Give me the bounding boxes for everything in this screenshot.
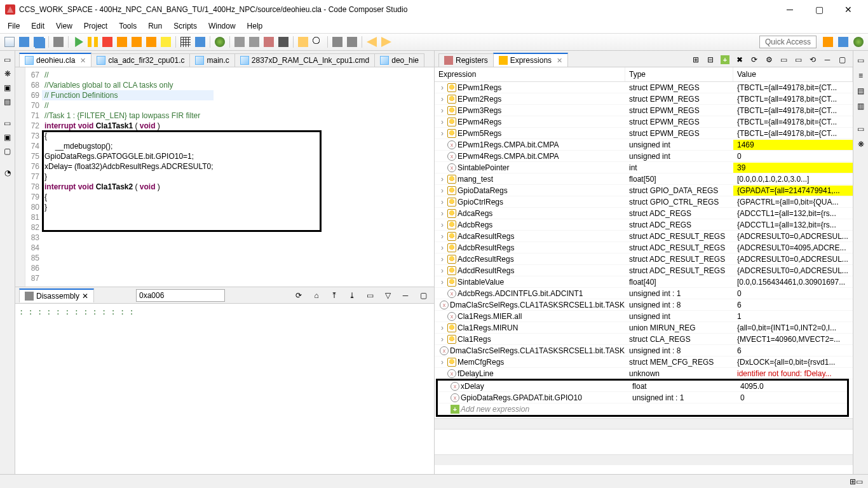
expression-row[interactable]: ›AdcdResultRegsstruct ADC_RESULT_REGS{AD… bbox=[435, 265, 853, 276]
expr-tb-6[interactable]: ▭ bbox=[776, 53, 790, 67]
expression-row[interactable]: ›EPwm1Regsstruct EPWM_REGS{TBCTL={all=49… bbox=[435, 82, 853, 93]
dasm-tb-5[interactable]: ▭ bbox=[363, 288, 377, 302]
vtb-btn-8[interactable]: ◔ bbox=[1, 166, 14, 179]
expression-row[interactable]: ›MemCfgRegsstruct MEM_CFG_REGS{DxLOCK={a… bbox=[435, 356, 853, 368]
expression-row[interactable]: GpioDataRegs.GPADAT.bit.GPIO10unsigned i… bbox=[438, 392, 847, 403]
horizontal-scrollbar-2[interactable] bbox=[435, 454, 853, 465]
resume-button[interactable] bbox=[71, 35, 85, 49]
tool-button-1[interactable] bbox=[233, 35, 247, 49]
expression-row[interactable]: AdcbRegs.ADCINTFLG.bit.ADCINT1unsigned i… bbox=[435, 288, 853, 299]
expression-row[interactable]: xDelayfloat4095.0 bbox=[438, 381, 847, 392]
menu-file[interactable]: File bbox=[3, 20, 25, 32]
vtb-btn-2[interactable]: ❋ bbox=[1, 67, 14, 80]
perspective-other-button[interactable] bbox=[851, 35, 865, 49]
expr-tb-max[interactable]: ▢ bbox=[835, 53, 849, 67]
dasm-tb-4[interactable]: ⤓ bbox=[345, 288, 359, 302]
flash-button[interactable] bbox=[193, 35, 207, 49]
close-icon[interactable]: ✕ bbox=[557, 57, 562, 65]
expression-row[interactable]: ›EPwm5Regsstruct EPWM_REGS{TBCTL={all=49… bbox=[435, 128, 853, 139]
disassembly-address-input[interactable] bbox=[136, 289, 225, 302]
expand-toggle[interactable]: › bbox=[438, 220, 446, 229]
step-over-button[interactable] bbox=[130, 35, 144, 49]
expression-row[interactable]: ›EPwm2Regsstruct EPWM_REGS{TBCTL={all=49… bbox=[435, 93, 853, 105]
expand-toggle[interactable]: › bbox=[438, 129, 446, 138]
wrench-button[interactable] bbox=[345, 35, 359, 49]
menu-project[interactable]: Project bbox=[79, 20, 112, 32]
save-button[interactable] bbox=[17, 35, 31, 49]
step-into-button[interactable] bbox=[115, 35, 129, 49]
menu-help[interactable]: Help bbox=[242, 20, 268, 32]
disassembly-body[interactable]: : : : : : : : : : : : : : bbox=[15, 304, 434, 474]
expression-row[interactable]: ›EPwm4Regsstruct EPWM_REGS{TBCTL={all=49… bbox=[435, 116, 853, 128]
expand-toggle[interactable]: › bbox=[438, 255, 446, 264]
build-button[interactable] bbox=[51, 35, 65, 49]
search-button[interactable] bbox=[311, 35, 325, 49]
expand-toggle[interactable]: › bbox=[438, 83, 446, 92]
col-value[interactable]: Value bbox=[733, 67, 853, 81]
debug-button[interactable] bbox=[213, 35, 227, 49]
editor-tab[interactable]: 2837xD_RAM_CLA_lnk_cpu1.cmd bbox=[234, 53, 375, 67]
dasm-tb-min[interactable]: ─ bbox=[398, 288, 412, 302]
expand-toggle[interactable]: › bbox=[438, 95, 446, 104]
new-button[interactable] bbox=[3, 35, 17, 49]
expand-toggle[interactable]: › bbox=[438, 266, 446, 275]
chip-button[interactable] bbox=[276, 35, 290, 49]
expand-toggle[interactable]: › bbox=[438, 175, 446, 184]
expression-row[interactable]: ›AdccResultRegsstruct ADC_RESULT_REGS{AD… bbox=[435, 254, 853, 265]
expand-toggle[interactable]: › bbox=[438, 209, 446, 218]
editor-tab[interactable]: deo_hie bbox=[374, 53, 424, 67]
maximize-button[interactable]: ▢ bbox=[804, 0, 834, 19]
restart-button[interactable] bbox=[159, 35, 173, 49]
close-icon[interactable]: ✕ bbox=[82, 292, 88, 301]
rvtb-3[interactable]: ▤ bbox=[854, 84, 868, 98]
rvtb-1[interactable]: ▭ bbox=[854, 53, 868, 67]
save-all-button[interactable] bbox=[32, 35, 46, 49]
expression-row[interactable]: ›GpioCtrlRegsstruct GPIO_CTRL_REGS{GPACT… bbox=[435, 196, 853, 208]
tab-disassembly[interactable]: Disassembly ✕ bbox=[19, 288, 94, 302]
expression-row[interactable]: ›Cla1Regsstruct CLA_REGS{MVECT1=40960,MV… bbox=[435, 334, 853, 345]
expr-tb-7[interactable]: ▭ bbox=[791, 53, 805, 67]
dasm-tb-1[interactable]: ⟳ bbox=[292, 288, 306, 302]
expression-row[interactable]: ›mang_testfloat[50][0.0,0.0,1.0,2.0,3.0.… bbox=[435, 173, 853, 185]
expr-tb-refresh[interactable]: ⟳ bbox=[747, 53, 761, 67]
expression-row[interactable]: EPwm4Regs.CMPA.bit.CMPAunsigned int0 bbox=[435, 151, 853, 162]
expand-toggle[interactable]: › bbox=[438, 335, 446, 344]
vtb-btn-6[interactable]: ▣ bbox=[1, 131, 14, 144]
vtb-btn-5[interactable]: ▭ bbox=[1, 117, 14, 130]
expression-row[interactable]: DmaClaSrcSelRegs.CLA1TASKSRCSEL1.bit.TAS… bbox=[435, 299, 853, 311]
expression-row[interactable]: ›AdcbRegsstruct ADC_REGS{ADCCTL1={all=13… bbox=[435, 219, 853, 231]
tool-button-2[interactable] bbox=[247, 35, 261, 49]
col-expression[interactable]: Expression bbox=[435, 67, 625, 81]
editor-tab[interactable]: main.c bbox=[189, 53, 234, 67]
expression-row[interactable]: DmaClaSrcSelRegs.CLA1TASKSRCSEL1.bit.TAS… bbox=[435, 345, 853, 356]
expression-row[interactable]: ›AdcaResultRegsstruct ADC_RESULT_REGS{AD… bbox=[435, 231, 853, 242]
settings-button[interactable] bbox=[330, 35, 344, 49]
dasm-tb-6[interactable]: ▽ bbox=[381, 288, 395, 302]
menu-tools[interactable]: Tools bbox=[114, 20, 142, 32]
rvtb-5[interactable]: ▭ bbox=[854, 122, 868, 136]
expr-tb-add[interactable] bbox=[718, 53, 732, 67]
expression-row[interactable]: ›EPwm3Regsstruct EPWM_REGS{TBCTL={all=49… bbox=[435, 105, 853, 116]
expr-tb-remove[interactable]: ✖ bbox=[733, 53, 747, 67]
expression-row[interactable]: ›SintableValuefloat[40][0.0,0.156434461,… bbox=[435, 276, 853, 288]
dasm-tb-3[interactable]: ⤒ bbox=[327, 288, 341, 302]
grid-button[interactable] bbox=[179, 35, 193, 49]
expand-toggle[interactable]: › bbox=[438, 106, 446, 115]
dasm-tb-max[interactable]: ▢ bbox=[416, 288, 430, 302]
tab-expressions[interactable]: Expressions ✕ bbox=[493, 53, 568, 67]
expression-row[interactable]: ›AdcbResultRegsstruct ADC_RESULT_REGS{AD… bbox=[435, 242, 853, 254]
pause-button[interactable] bbox=[86, 35, 100, 49]
expand-toggle[interactable]: › bbox=[438, 118, 446, 126]
menu-window[interactable]: Window bbox=[203, 20, 241, 32]
col-type[interactable]: Type bbox=[625, 67, 733, 81]
expr-tb-8[interactable]: ⟲ bbox=[806, 53, 820, 67]
expand-toggle[interactable]: › bbox=[438, 278, 446, 287]
expr-tb-min[interactable]: ─ bbox=[820, 53, 834, 67]
rvtb-6[interactable]: ❋ bbox=[854, 137, 868, 151]
step-return-button[interactable] bbox=[144, 35, 158, 49]
forward-button[interactable] bbox=[379, 35, 393, 49]
stop-button[interactable] bbox=[100, 35, 114, 49]
editor-tab[interactable]: cla_adc_fir32_cpu01.c bbox=[91, 53, 190, 67]
vtb-btn-1[interactable]: ▭ bbox=[1, 53, 14, 66]
editor-tab[interactable]: deohieu.cla✕ bbox=[19, 53, 92, 67]
